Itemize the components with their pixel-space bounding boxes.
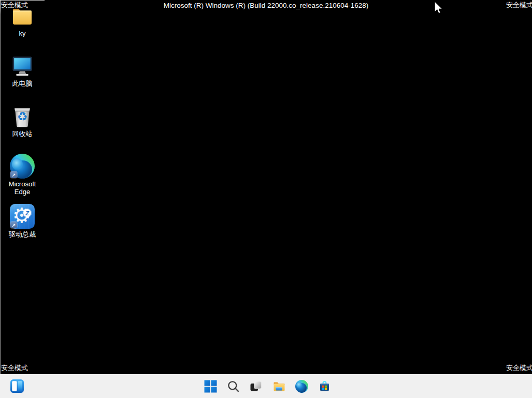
recycle-symbol-icon: ♻: [10, 110, 35, 123]
desktop-icon-ky-folder[interactable]: ky: [3, 3, 42, 53]
task-view-button[interactable]: [246, 376, 267, 396]
widgets-icon: [10, 379, 24, 393]
safe-mode-label-bottom-left: 安全模式: [1, 364, 28, 372]
file-explorer-folder-icon: [272, 380, 285, 393]
taskbar: [0, 374, 532, 398]
windows-build-banner: Microsoft (R) Windows (R) (Build 22000.c…: [0, 2, 532, 9]
desktop-icon-label: 此电脑: [12, 80, 33, 87]
edge-browser-icon: [295, 380, 308, 393]
screen-top-border-line: [0, 0, 45, 1]
taskbar-center-group: [200, 376, 335, 396]
desktop-icon-label: ky: [19, 30, 26, 37]
safe-mode-label-bottom-right: 安全模式: [506, 364, 532, 372]
screen-left-border-line: [0, 0, 1, 374]
task-view-icon: [250, 380, 263, 393]
shortcut-arrow-icon: ↗: [10, 222, 17, 228]
microsoft-store-icon: [318, 380, 331, 393]
safe-mode-label-top-right: 安全模式: [506, 1, 532, 9]
this-pc-icon: [10, 53, 35, 78]
edge-taskbar-button[interactable]: [292, 376, 312, 396]
file-explorer-button[interactable]: [269, 376, 290, 396]
search-icon: [227, 380, 240, 393]
desktop-icon-recycle-bin[interactable]: ♻ 回收站: [3, 104, 42, 154]
start-button[interactable]: [200, 376, 221, 396]
taskbar-widgets-button[interactable]: [7, 376, 27, 396]
windows-start-icon: [204, 380, 217, 393]
desktop-icon-label: 驱动总裁: [9, 230, 36, 238]
desktop-icon-this-pc[interactable]: 此电脑: [3, 53, 42, 104]
desktop-icon-label: 回收站: [12, 130, 33, 138]
drvceo-monogram: Z: [23, 209, 31, 217]
desktop-icon-drvceo[interactable]: ⚙ Z ↗ 驱动总裁: [3, 204, 42, 254]
desktop-icon-column: ky 此电脑 ♻ 回收站 ↗ Microsoft Edge ⚙ Z ↗ 驱动: [3, 3, 42, 254]
desktop-icon-microsoft-edge[interactable]: ↗ Microsoft Edge: [3, 154, 42, 204]
microsoft-store-button[interactable]: [314, 376, 335, 396]
shortcut-arrow-icon: ↗: [10, 171, 17, 178]
desktop-icon-label: Microsoft Edge: [3, 180, 41, 196]
folder-icon: [10, 3, 35, 28]
search-button[interactable]: [223, 376, 244, 396]
safe-mode-desktop: { "system": { "build_banner": "Microsoft…: [0, 0, 532, 398]
